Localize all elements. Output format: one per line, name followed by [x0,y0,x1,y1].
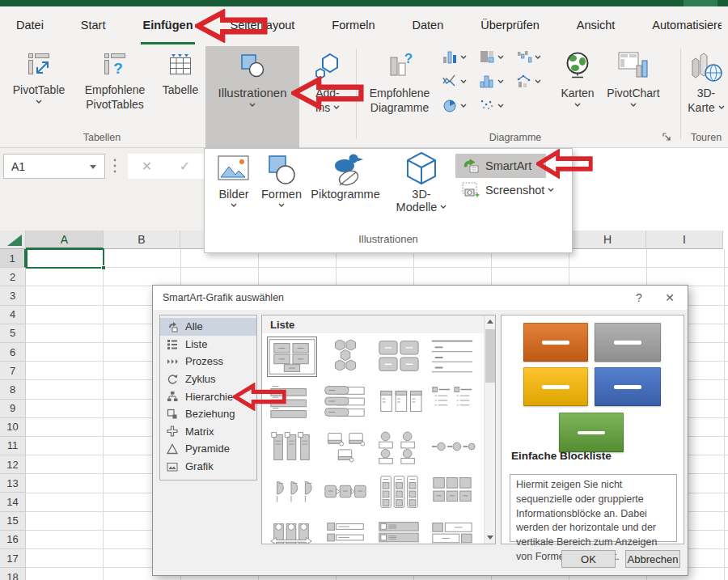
category-matrix[interactable]: Matrix [160,423,256,441]
tab-überprüfen[interactable]: Überprüfen [479,6,541,44]
dialog-launcher-icon[interactable] [662,132,672,142]
help-button[interactable]: ? [630,289,648,307]
smartart-layout-thumbnail[interactable] [428,472,478,513]
illustrations-button[interactable]: Illustrationen [205,46,299,148]
relationship-icon [167,409,178,420]
smartart-layout-thumbnail[interactable] [375,337,425,377]
row-header-5[interactable]: 5 [0,324,26,343]
chevron-down-icon [460,55,467,59]
row-header-7[interactable]: 7 [0,362,26,380]
tab-automatisieren[interactable]: Automatisieren [650,6,722,44]
row-header-12[interactable]: 12 [0,455,26,474]
column-header-i[interactable]: I [646,231,723,249]
smartart-layout-graphic [429,473,476,510]
gallery-scrollbar[interactable] [484,315,495,544]
smartart-layout-thumbnail[interactable] [375,382,425,422]
menu-item-3d-modelle[interactable]: 3D- Modelle [389,150,454,214]
fill-handle[interactable] [101,265,106,270]
tab-ansicht[interactable]: Ansicht [575,6,617,44]
scrollbar-thumb[interactable] [485,329,495,383]
row-header-4[interactable]: 4 [0,306,26,324]
row-header-18[interactable]: 18 [0,568,26,580]
insert-column-chart-button[interactable] [442,48,477,66]
row-header-11[interactable]: 11 [0,437,26,455]
smartart-layout-thumbnail[interactable] [428,518,478,544]
smartart-layout-thumbnail[interactable] [267,427,317,468]
close-icon[interactable]: ✕ [659,289,680,307]
insert-statistic-chart-button[interactable] [479,72,514,90]
cancel-button[interactable]: Abbrechen [625,550,680,568]
insert-combo-chart-button[interactable] [516,72,552,90]
row-header-3[interactable]: 3 [0,286,26,305]
row-header-13[interactable]: 13 [0,474,26,493]
ribbon: PivotTable Empfohlene PivotTables Tabell… [0,44,728,148]
dialog-title: SmartArt-Grafik auswählen [163,292,284,303]
column-header-a[interactable]: A [26,231,104,249]
smartart-layout-thumbnail[interactable] [428,427,478,468]
row-header-9[interactable]: 9 [0,400,26,418]
smartart-layout-thumbnail[interactable] [428,382,478,422]
name-box[interactable]: A1 [3,154,105,179]
menu-item-screenshot[interactable]: Screenshot [457,180,562,201]
tab-formeln[interactable]: Formeln [330,6,376,44]
row-header-6[interactable]: 6 [0,343,26,362]
smartart-layout-thumbnail[interactable] [321,427,371,468]
row-header-16[interactable]: 16 [0,531,26,549]
tab-start[interactable]: Start [79,6,108,44]
smartart-layout-thumbnail[interactable] [428,337,478,377]
smartart-layout-thumbnail[interactable] [321,382,371,422]
scroll-up-button[interactable] [485,315,496,328]
category-pyramide[interactable]: Pyramide [160,440,256,458]
smartart-layout-thumbnail[interactable] [321,518,371,544]
column-header-b[interactable]: B [104,231,180,249]
row-header-17[interactable]: 17 [0,549,26,568]
menu-item-bilder[interactable]: Bilder [213,155,255,207]
smartart-layout-thumbnail[interactable] [375,427,425,468]
row-header-10[interactable]: 10 [0,418,26,437]
select-all-corner[interactable] [0,231,26,249]
smartart-layout-thumbnail[interactable] [267,472,317,513]
illustrations-icon [238,51,267,80]
excel-window: DateiStartEinfügenSeitenlayoutFormelnDat… [0,0,728,580]
category-alle[interactable]: Alle [160,318,256,336]
more-options-icon[interactable] [113,159,116,173]
category-grafik[interactable]: Grafik [160,458,256,476]
tab-daten[interactable]: Daten [411,6,446,44]
category-liste[interactable]: Liste [160,336,256,354]
insert-waterfall-chart-button[interactable] [516,48,552,66]
scroll-down-button[interactable] [485,531,496,544]
scatter-chart-icon [479,97,495,113]
chevron-down-icon [497,104,504,108]
recommended-charts-label-line1: Empfohlene [370,86,430,100]
menu-item-formen[interactable]: Formen [258,154,305,207]
row-header-1[interactable]: 1 [0,249,26,268]
column-header-h[interactable]: H [569,231,646,249]
smartart-layout-thumbnail[interactable] [267,518,317,544]
insert-line-chart-button[interactable] [442,72,477,90]
name-box-dropdown-icon[interactable] [90,165,96,169]
selected-cell-a1[interactable] [26,248,104,269]
smartart-layout-thumbnail[interactable] [321,337,371,377]
row-header-14[interactable]: 14 [0,493,26,511]
tab-datei[interactable]: Datei [15,6,45,44]
confirm-entry-button[interactable]: ✓ [180,159,190,174]
menu-item-smartart[interactable]: SmartArt [455,154,546,178]
smartart-layout-thumbnail[interactable] [267,337,317,377]
icons-duck-icon [327,152,364,188]
insert-pie-chart-button[interactable] [442,96,477,114]
smartart-layout-thumbnail[interactable] [375,472,425,513]
smartart-layout-thumbnail[interactable] [321,472,371,513]
category-prozess[interactable]: Prozess [160,353,256,370]
tab-einfügen[interactable]: Einfügen [141,6,194,44]
insert-hierarchy-chart-button[interactable] [479,48,514,66]
insert-scatter-chart-button[interactable] [479,96,514,114]
ok-button[interactable]: OK [561,550,616,568]
chevron-down-icon [497,55,504,59]
histogram-chart-icon [479,73,495,89]
row-header-2[interactable]: 2 [0,268,26,286]
row-header-8[interactable]: 8 [0,380,26,399]
cancel-entry-button[interactable]: ✕ [142,159,152,174]
row-header-15[interactable]: 15 [0,512,26,531]
smartart-layout-thumbnail[interactable] [375,518,425,544]
menu-item-piktogramme[interactable]: Piktogramme [307,152,384,201]
